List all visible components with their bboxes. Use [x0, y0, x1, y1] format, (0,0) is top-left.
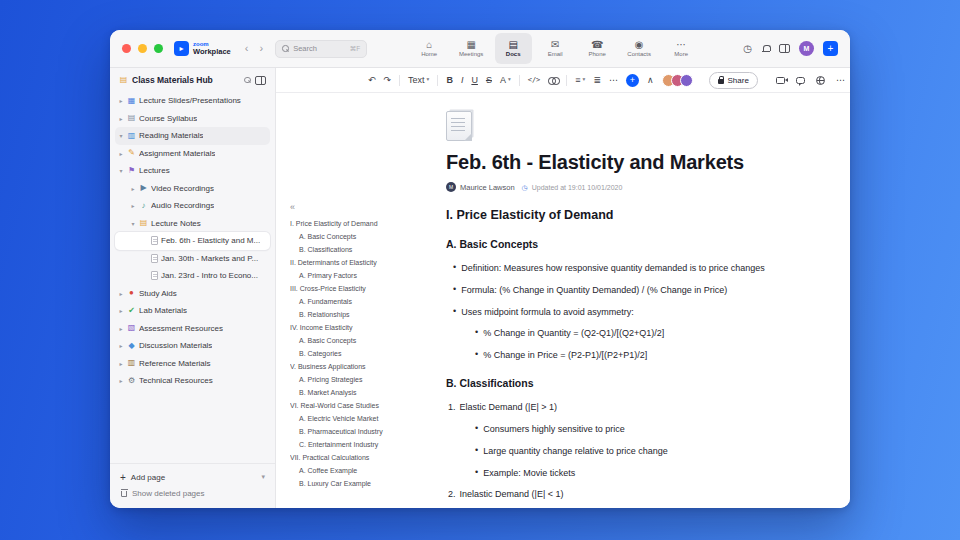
- toc-item[interactable]: B. Categories: [290, 347, 446, 360]
- chevron-down-icon[interactable]: ▾: [118, 132, 124, 139]
- chevron-right-icon[interactable]: ▸: [130, 185, 136, 192]
- list-icon[interactable]: ≣: [593, 76, 601, 85]
- chevron-right-icon[interactable]: ▸: [118, 377, 124, 384]
- chevron-down-icon[interactable]: ▾: [130, 220, 136, 227]
- sidebar-item[interactable]: ▸▤Course Syllabus: [115, 110, 270, 128]
- sidebar-item[interactable]: Feb. 6th - Elasticity and M...: [115, 232, 270, 250]
- tab-contacts[interactable]: ◉Contacts: [621, 33, 658, 64]
- italic-button[interactable]: I: [461, 76, 464, 85]
- toc-item[interactable]: B. Pharmaceutical Industry: [290, 425, 446, 438]
- toc-item[interactable]: III. Cross-Price Elasticity: [290, 282, 446, 295]
- doc-block-h1[interactable]: I. Price Elasticity of Demand: [446, 208, 820, 222]
- chevron-right-icon[interactable]: ▸: [118, 97, 124, 104]
- document-body[interactable]: Feb. 6th - Elasticity and Markets M Maur…: [446, 93, 850, 508]
- side-panel-toggle-icon[interactable]: [779, 44, 790, 53]
- chevron-right-icon[interactable]: ▸: [118, 325, 124, 332]
- share-button[interactable]: Share: [709, 72, 758, 89]
- show-deleted-pages-button[interactable]: Show deleted pages: [120, 485, 265, 501]
- toc-item[interactable]: B. Market Analysis: [290, 386, 446, 399]
- chevron-down-icon[interactable]: ▾: [261, 473, 265, 481]
- redo-icon[interactable]: ↷: [384, 76, 392, 85]
- global-search-input[interactable]: Search ⌘F: [275, 40, 367, 58]
- link-icon[interactable]: [548, 77, 558, 83]
- sidebar-item[interactable]: Jan. 30th - Markets and P...: [115, 250, 270, 268]
- collapse-toc-icon[interactable]: «: [290, 203, 446, 212]
- user-avatar[interactable]: M: [799, 41, 814, 56]
- doc-block-bullet[interactable]: •Uses midpoint formula to avoid asymmetr…: [446, 307, 820, 318]
- toc-item[interactable]: A. Primary Factors: [290, 269, 446, 282]
- toc-item[interactable]: VI. Real-World Case Studies: [290, 399, 446, 412]
- doc-block-bullet[interactable]: •Formula: (% Change in Quantity Demanded…: [446, 285, 820, 296]
- toc-item[interactable]: B. Luxury Car Example: [290, 477, 446, 490]
- toc-item[interactable]: I. Price Elasticity of Demand: [290, 217, 446, 230]
- toc-item[interactable]: A. Basic Concepts: [290, 230, 446, 243]
- language-globe-icon[interactable]: [816, 76, 825, 85]
- more-formatting-icon[interactable]: ⋯: [609, 76, 618, 85]
- sidebar-item[interactable]: ▾▤Lecture Notes: [115, 215, 270, 233]
- sidebar-item[interactable]: Jan. 23rd - Intro to Econo...: [115, 267, 270, 285]
- collapse-toolbar-icon[interactable]: ∧: [647, 76, 654, 85]
- toc-item[interactable]: C. Entertainment Industry: [290, 438, 446, 451]
- toc-item[interactable]: A. Fundamentals: [290, 295, 446, 308]
- tab-more[interactable]: ⋯More: [663, 33, 700, 64]
- doc-block-bullet[interactable]: •% Change in Price = (P2-P1)/[(P2+P1)/2]: [446, 350, 820, 361]
- chevron-right-icon[interactable]: ▸: [118, 307, 124, 314]
- close-window-button[interactable]: [122, 44, 131, 53]
- toc-item[interactable]: A. Electric Vehicle Market: [290, 412, 446, 425]
- toc-item[interactable]: B. Classifications: [290, 243, 446, 256]
- sidebar-item[interactable]: ▸▥Reference Materials: [115, 355, 270, 373]
- sidebar-item[interactable]: ▸▶Video Recordings: [115, 180, 270, 198]
- doc-block-number[interactable]: 2.Inelastic Demand (|E| < 1): [446, 489, 820, 500]
- toc-item[interactable]: A. Basic Concepts: [290, 334, 446, 347]
- sidebar-item[interactable]: ▾▥Reading Materials: [115, 127, 270, 145]
- add-page-button[interactable]: + Add page ▾: [120, 469, 265, 485]
- tab-home[interactable]: ⌂Home: [411, 33, 448, 64]
- sidebar-item[interactable]: ▾⚑Lectures: [115, 162, 270, 180]
- tab-docs[interactable]: ▤Docs: [495, 33, 532, 64]
- chevron-right-icon[interactable]: ▸: [118, 150, 124, 157]
- tab-email[interactable]: ✉Email: [537, 33, 574, 64]
- toc-item[interactable]: A. Pricing Strategies: [290, 373, 446, 386]
- chevron-right-icon[interactable]: ▸: [118, 342, 124, 349]
- sidebar-item[interactable]: ▸♪Audio Recordings: [115, 197, 270, 215]
- text-style-dropdown[interactable]: Text ▾: [408, 76, 429, 85]
- toc-item[interactable]: V. Business Applications: [290, 360, 446, 373]
- text-color-button[interactable]: A ▾: [500, 76, 511, 85]
- notifications-bell-icon[interactable]: [761, 44, 770, 53]
- collaborator-avatar[interactable]: [680, 74, 693, 87]
- chevron-right-icon[interactable]: ▸: [130, 202, 136, 209]
- toc-item[interactable]: VII. Practical Calculations: [290, 451, 446, 464]
- underline-button[interactable]: U: [471, 76, 478, 85]
- comments-icon[interactable]: [796, 77, 805, 84]
- sidebar-item[interactable]: ▸▦Lecture Slides/Presentations: [115, 92, 270, 110]
- sidebar-item[interactable]: ▸⚙Technical Resources: [115, 372, 270, 390]
- chevron-down-icon[interactable]: ▾: [118, 167, 124, 174]
- doc-block-h2[interactable]: A. Basic Concepts: [446, 238, 820, 250]
- sidebar-item[interactable]: ▸✔Lab Materials: [115, 302, 270, 320]
- forward-button[interactable]: ›: [259, 43, 263, 54]
- sidebar-item[interactable]: ▸◆Discussion Materials: [115, 337, 270, 355]
- sidebar-item[interactable]: ▸●Study Aids: [115, 285, 270, 303]
- doc-block-bullet[interactable]: •Example: Movie tickets: [446, 468, 820, 479]
- sidebar-collapse-icon[interactable]: [255, 76, 266, 85]
- doc-block-h2[interactable]: B. Classifications: [446, 377, 820, 389]
- doc-block-number[interactable]: 1.Elastic Demand (|E| > 1): [446, 402, 820, 413]
- toc-item[interactable]: IV. Income Elasticity: [290, 321, 446, 334]
- toc-item[interactable]: B. Relationships: [290, 308, 446, 321]
- sidebar-search-icon[interactable]: [244, 77, 251, 84]
- doc-block-bullet[interactable]: •% Change in Quantity = (Q2-Q1)/[(Q2+Q1)…: [446, 328, 820, 339]
- insert-block-button[interactable]: +: [626, 74, 639, 87]
- new-item-button[interactable]: +: [823, 41, 838, 56]
- more-options-icon[interactable]: ⋯: [836, 76, 845, 85]
- tab-phone[interactable]: ☎Phone: [579, 33, 616, 64]
- minimize-window-button[interactable]: [138, 44, 147, 53]
- toc-item[interactable]: II. Determinants of Elasticity: [290, 256, 446, 269]
- toc-item[interactable]: A. Coffee Example: [290, 464, 446, 477]
- video-camera-icon[interactable]: [776, 77, 785, 84]
- chevron-right-icon[interactable]: ▸: [118, 115, 124, 122]
- tab-meetings[interactable]: ▦Meetings: [453, 33, 490, 64]
- sidebar-item[interactable]: ▸▧Assessment Resources: [115, 320, 270, 338]
- chevron-right-icon[interactable]: ▸: [118, 290, 124, 297]
- back-button[interactable]: ‹: [245, 43, 249, 54]
- align-dropdown[interactable]: ≡ ▾: [575, 76, 585, 85]
